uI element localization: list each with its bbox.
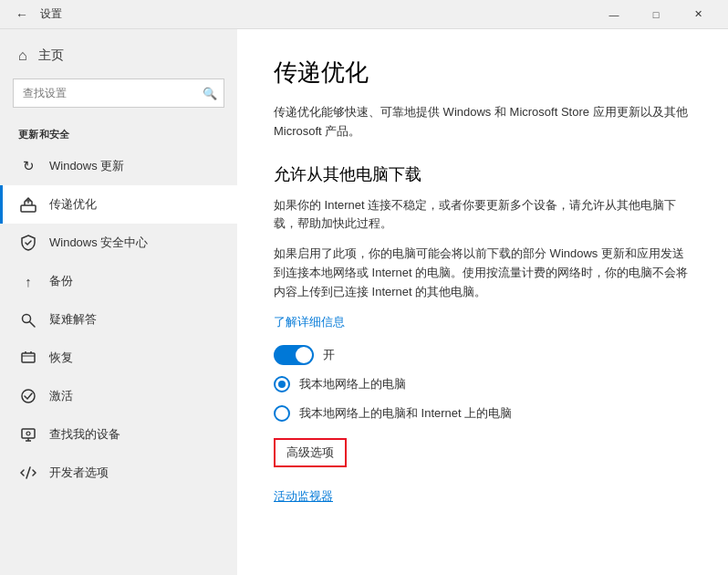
para1: 如果你的 Internet 连接不稳定，或者你要更新多个设备，请允许从其他电脑下… — [274, 196, 692, 235]
sidebar-item-delivery-optimization[interactable]: 传递优化 — [0, 185, 237, 224]
restore-button[interactable]: □ — [635, 0, 677, 29]
shield-icon — [18, 233, 38, 253]
sidebar: ⌂ 主页 🔍 更新和安全 ↻ Windows 更新 传递优化 — [0, 29, 237, 575]
sidebar-item-developer[interactable]: 开发者选项 — [0, 454, 237, 492]
svg-point-13 — [26, 432, 30, 435]
titlebar-title: 设置 — [40, 6, 593, 22]
sidebar-item-label: Windows 更新 — [49, 158, 124, 174]
allow-download-toggle[interactable] — [274, 345, 314, 365]
radio-local-circle — [274, 376, 290, 392]
key-icon — [18, 309, 38, 329]
radio-internet-circle — [274, 405, 290, 422]
sidebar-item-find-device[interactable]: 查找我的设备 — [0, 415, 237, 454]
sidebar-item-label: 激活 — [49, 388, 73, 404]
activity-monitor-link[interactable]: 活动监视器 — [274, 489, 333, 503]
window-controls: — □ ✕ — [593, 0, 719, 29]
toggle-row: 开 — [274, 345, 692, 365]
svg-point-9 — [22, 390, 35, 402]
recovery-icon — [18, 348, 38, 368]
sidebar-item-backup[interactable]: ↑ 备份 — [0, 262, 237, 300]
learn-more-link[interactable]: 了解详细信息 — [274, 315, 345, 329]
content-area: 传递优化 传递优化能够快速、可靠地提供 Windows 和 Microsoft … — [237, 29, 728, 575]
sidebar-item-label: 疑难解答 — [49, 311, 97, 328]
sidebar-item-recovery[interactable]: 恢复 — [0, 339, 237, 377]
sidebar-item-label: 查找我的设备 — [49, 426, 120, 443]
sidebar-item-label: 恢复 — [49, 350, 73, 366]
find-device-icon — [18, 424, 38, 444]
radio-internet-label: 我本地网络上的电脑和 Internet 上的电脑 — [299, 405, 512, 422]
svg-rect-0 — [21, 205, 36, 212]
page-title: 传递优化 — [274, 57, 692, 89]
radio-internet[interactable]: 我本地网络上的电脑和 Internet 上的电脑 — [274, 405, 692, 422]
svg-rect-5 — [22, 353, 35, 362]
minimize-button[interactable]: — — [593, 0, 635, 29]
sidebar-item-label: Windows 安全中心 — [49, 235, 148, 251]
sidebar-section-title: 更新和安全 — [0, 120, 237, 147]
sidebar-item-label: 开发者选项 — [49, 465, 109, 481]
sidebar-item-windows-security[interactable]: Windows 安全中心 — [0, 224, 237, 262]
back-button[interactable]: ← — [9, 2, 35, 27]
developer-icon — [18, 463, 38, 483]
search-input[interactable] — [13, 78, 224, 108]
delivery-icon — [18, 194, 38, 214]
backup-icon: ↑ — [18, 271, 38, 291]
svg-line-14 — [26, 467, 30, 478]
search-icon: 🔍 — [203, 87, 217, 100]
svg-line-4 — [30, 322, 36, 328]
svg-rect-10 — [22, 429, 35, 438]
sidebar-home[interactable]: ⌂ 主页 — [0, 38, 237, 73]
activation-icon — [18, 386, 38, 406]
content-description: 传递优化能够快速、可靠地提供 Windows 和 Microsoft Store… — [274, 103, 692, 141]
sidebar-item-windows-update[interactable]: ↻ Windows 更新 — [0, 147, 237, 185]
update-icon: ↻ — [18, 156, 38, 176]
sidebar-item-troubleshoot[interactable]: 疑难解答 — [0, 300, 237, 339]
sidebar-item-label: 备份 — [49, 273, 73, 289]
radio-local-network[interactable]: 我本地网络上的电脑 — [274, 376, 692, 392]
sidebar-item-label: 传递优化 — [49, 196, 97, 213]
home-icon: ⌂ — [18, 47, 27, 64]
sidebar-item-activation[interactable]: 激活 — [0, 377, 237, 415]
para2: 如果启用了此项，你的电脑可能会将以前下载的部分 Windows 更新和应用发送到… — [274, 245, 692, 301]
close-button[interactable]: ✕ — [677, 0, 719, 29]
radio-local-label: 我本地网络上的电脑 — [299, 376, 406, 392]
main-container: ⌂ 主页 🔍 更新和安全 ↻ Windows 更新 传递优化 — [0, 29, 728, 575]
advanced-options-button[interactable]: 高级选项 — [274, 438, 347, 467]
toggle-label: 开 — [323, 347, 335, 363]
section-heading: 允许从其他电脑下载 — [274, 163, 692, 185]
titlebar: ← 设置 — □ ✕ — [0, 0, 728, 29]
search-box: 🔍 — [13, 78, 224, 108]
sidebar-home-label: 主页 — [38, 47, 64, 64]
